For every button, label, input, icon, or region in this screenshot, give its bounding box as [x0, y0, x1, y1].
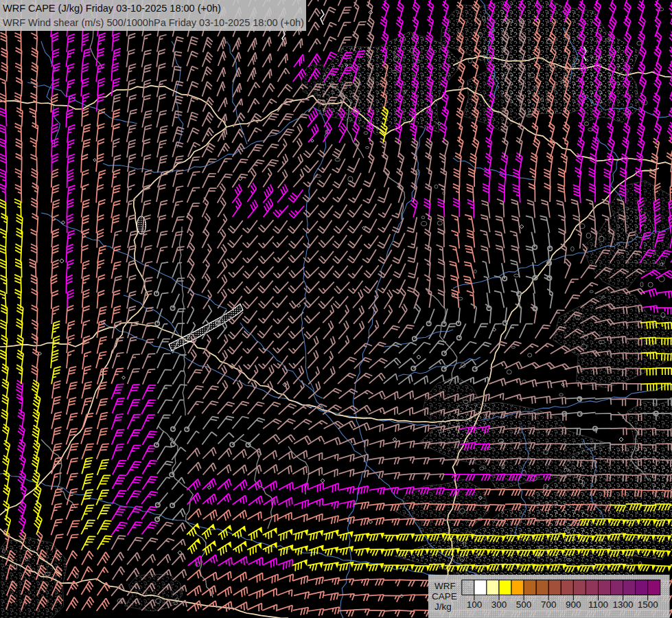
svg-text:300: 300	[491, 599, 507, 610]
svg-text:700: 700	[541, 599, 557, 610]
svg-text:500: 500	[516, 599, 532, 610]
svg-text:900: 900	[566, 599, 581, 610]
svg-text:WRF Wind shear (m/s) 500/1000h: WRF Wind shear (m/s) 500/1000hPa Friday …	[3, 17, 304, 28]
svg-text:WRF: WRF	[435, 581, 456, 591]
svg-text:1100: 1100	[588, 599, 608, 610]
svg-text:100: 100	[467, 599, 483, 610]
svg-text:1300: 1300	[613, 599, 634, 610]
svg-text:CAPE: CAPE	[432, 591, 457, 602]
svg-text:J/kg: J/kg	[435, 602, 452, 612]
svg-text:1500: 1500	[638, 599, 658, 610]
svg-text:WRF CAPE (J/kg) Friday 03-10-2: WRF CAPE (J/kg) Friday 03-10-2025 18:00 …	[3, 3, 221, 14]
